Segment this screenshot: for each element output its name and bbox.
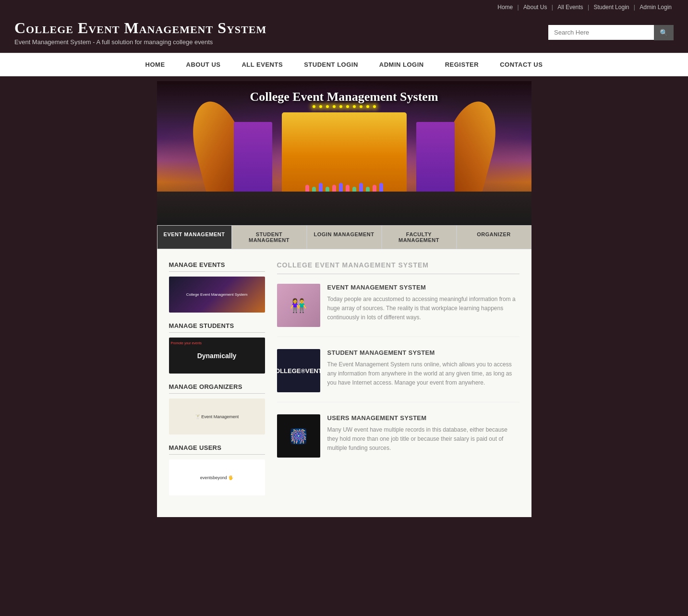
- sidebar-manage-students: MANAGE STUDENTS: [169, 322, 265, 374]
- topbar-aboutus-link[interactable]: About Us: [523, 4, 547, 11]
- right-content-title: COLLEGE EVENT MANAGEMENT SYSTEM: [277, 261, 519, 274]
- content-section: MANAGE EVENTS MANAGE STUDENTS MANAGE ORG…: [157, 249, 531, 517]
- sidebar-manage-events: MANAGE EVENTS: [169, 261, 265, 313]
- search-input[interactable]: [548, 25, 654, 40]
- stage-light-10: [373, 105, 376, 108]
- sidebar-organizers-image[interactable]: [169, 399, 265, 435]
- search-bar: 🔍: [548, 25, 674, 40]
- card-desc-event: Today people are accustomed to accessing…: [327, 295, 519, 323]
- stage-light-5: [339, 105, 342, 108]
- topbar-studentlogin-link[interactable]: Student Login: [593, 4, 629, 11]
- sidebar-manage-organizers: MANAGE ORGANIZERS: [169, 383, 265, 435]
- card-image-event: [277, 284, 320, 327]
- content-card-event-management: EVENT MANAGEMENT SYSTEM Today people are…: [277, 284, 519, 337]
- stage-lights: [157, 105, 531, 108]
- stage-light-7: [353, 105, 356, 108]
- sidebar-manage-students-title: MANAGE STUDENTS: [169, 322, 265, 333]
- card-title-student: STUDENT MANAGEMENT SYSTEM: [327, 349, 519, 356]
- card-text-users: USERS MANAGEMENT SYSTEM Many UW event ha…: [327, 414, 519, 458]
- topbar-home-link[interactable]: Home: [497, 4, 513, 11]
- topbar-sep1: |: [518, 4, 519, 11]
- content-card-student-management: STUDENT MANAGEMENT SYSTEM The Event Mana…: [277, 349, 519, 402]
- stage-light-1: [313, 105, 315, 108]
- card-desc-users: Many UW event have multiple records in t…: [327, 425, 519, 453]
- stage-floor: [157, 192, 531, 225]
- card-image-college: [277, 349, 320, 392]
- card-image-users: [277, 414, 320, 458]
- stage-light-8: [360, 105, 362, 108]
- sidebar-users-image[interactable]: [169, 459, 265, 495]
- nav-home[interactable]: HOME: [135, 53, 176, 76]
- nav-contactus[interactable]: CONTACT US: [489, 53, 553, 76]
- nav-allevents[interactable]: ALL EVENTS: [231, 53, 293, 76]
- stage-light-2: [319, 105, 322, 108]
- site-logo: College Event Management System Event Ma…: [14, 19, 266, 46]
- card-desc-student: The Event Management System runs online,…: [327, 360, 519, 388]
- main-wrapper: College Event Management System EVENT MA…: [0, 76, 688, 527]
- header: College Event Management System Event Ma…: [0, 14, 688, 53]
- search-button[interactable]: 🔍: [654, 25, 674, 40]
- stage-curtain-left: [234, 122, 272, 199]
- stage-light-3: [326, 105, 329, 108]
- card-text-event: EVENT MANAGEMENT SYSTEM Today people are…: [327, 284, 519, 327]
- nav-register[interactable]: REGISTER: [435, 53, 489, 76]
- hero-image: College Event Management System: [157, 81, 531, 225]
- stage-light-9: [366, 105, 369, 108]
- hero-tab-login-management[interactable]: LOGIN MANAGEMENT: [307, 225, 382, 249]
- sidebar-manage-users-title: MANAGE USERS: [169, 444, 265, 455]
- sidebar-manage-organizers-title: MANAGE ORGANIZERS: [169, 383, 265, 394]
- left-sidebar: MANAGE EVENTS MANAGE STUDENTS MANAGE ORG…: [169, 261, 265, 505]
- stage-light-4: [333, 105, 336, 108]
- card-title-event: EVENT MANAGEMENT SYSTEM: [327, 284, 519, 291]
- topbar-sep4: |: [634, 4, 635, 11]
- site-title: College Event Management System: [14, 19, 266, 37]
- sidebar-students-image[interactable]: [169, 338, 265, 374]
- hero-tab-event-management[interactable]: EVENT MANAGEMENT: [157, 225, 232, 249]
- nav-adminlogin[interactable]: ADMIN LOGIN: [369, 53, 435, 76]
- topbar: Home | About Us | All Events | Student L…: [0, 0, 688, 14]
- sidebar-manage-events-title: MANAGE EVENTS: [169, 261, 265, 272]
- sidebar-events-image[interactable]: [169, 277, 265, 313]
- content-inner: MANAGE EVENTS MANAGE STUDENTS MANAGE ORG…: [169, 261, 519, 505]
- topbar-adminlogin-link[interactable]: Admin Login: [640, 4, 672, 11]
- right-content: COLLEGE EVENT MANAGEMENT SYSTEM EVENT MA…: [277, 261, 519, 505]
- nav-aboutus[interactable]: ABOUT US: [176, 53, 231, 76]
- stage-curtain-right: [416, 122, 455, 199]
- site-tagline: Event Management System - A full solutio…: [14, 38, 266, 46]
- card-title-users: USERS MANAGEMENT SYSTEM: [327, 414, 519, 422]
- hero-tab-student-management[interactable]: STUDENT MANAGEMENT: [232, 225, 307, 249]
- topbar-allevents-link[interactable]: All Events: [557, 4, 583, 11]
- topbar-sep2: |: [552, 4, 553, 11]
- stage-light-6: [346, 105, 349, 108]
- hero-banner: College Event Management System EVENT MA…: [157, 81, 531, 249]
- topbar-sep3: |: [588, 4, 589, 11]
- hero-title: College Event Management System: [250, 90, 438, 104]
- hero-tab-faculty-management[interactable]: FACULTY MANAGEMENT: [382, 225, 457, 249]
- main-navigation: HOME ABOUT US ALL EVENTS STUDENT LOGIN A…: [0, 53, 688, 76]
- hero-tabs: EVENT MANAGEMENT STUDENT MANAGEMENT LOGI…: [157, 225, 531, 249]
- nav-studentlogin[interactable]: STUDENT LOGIN: [293, 53, 369, 76]
- content-card-users-management: USERS MANAGEMENT SYSTEM Many UW event ha…: [277, 414, 519, 467]
- hero-tab-organizer[interactable]: ORGANIZER: [457, 225, 531, 249]
- sidebar-manage-users: MANAGE USERS: [169, 444, 265, 495]
- card-text-student: STUDENT MANAGEMENT SYSTEM The Event Mana…: [327, 349, 519, 392]
